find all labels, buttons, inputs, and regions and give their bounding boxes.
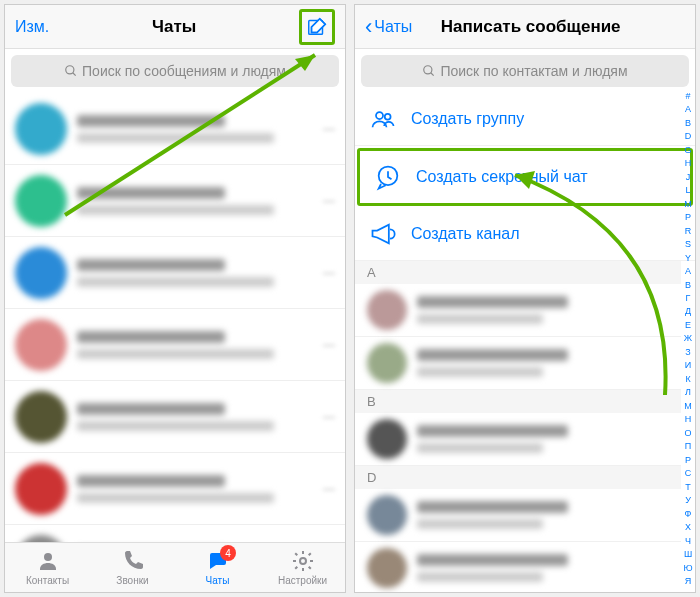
phone-icon	[121, 549, 145, 573]
alphabet-index[interactable]: #ABDGHJLMPRSYАВГДЕЖЗИКЛМНОПРСТУФХЧШЮЯ	[681, 85, 695, 592]
index-letter[interactable]: Y	[685, 253, 691, 263]
index-letter[interactable]: #	[685, 91, 690, 101]
index-letter[interactable]: D	[685, 131, 692, 141]
index-letter[interactable]: Я	[685, 576, 692, 586]
tab-contacts[interactable]: Контакты	[5, 543, 90, 592]
compose-button[interactable]	[299, 9, 335, 45]
index-letter[interactable]: P	[685, 212, 691, 222]
tab-calls[interactable]: Звонки	[90, 543, 175, 592]
chat-row[interactable]: —	[5, 381, 345, 453]
chat-row[interactable]: —	[5, 309, 345, 381]
index-letter[interactable]: У	[685, 495, 691, 505]
gear-icon	[291, 549, 315, 573]
create-secret-chat-button[interactable]: Создать секретный чат	[357, 148, 693, 206]
index-letter[interactable]: S	[685, 239, 691, 249]
index-letter[interactable]: Х	[685, 522, 691, 532]
tab-settings[interactable]: Настройки	[260, 543, 345, 592]
index-letter[interactable]: A	[685, 104, 691, 114]
index-letter[interactable]: H	[685, 158, 692, 168]
index-letter[interactable]: М	[684, 401, 692, 411]
contact-list[interactable]: A B D	[355, 261, 695, 592]
index-letter[interactable]: Т	[685, 482, 691, 492]
contact-row[interactable]	[355, 413, 681, 466]
index-letter[interactable]: С	[685, 468, 692, 478]
index-letter[interactable]: R	[685, 226, 692, 236]
index-letter[interactable]: B	[685, 118, 691, 128]
search-input[interactable]: Поиск по контактам и людям	[361, 55, 689, 87]
create-channel-button[interactable]: Создать канал	[355, 208, 695, 261]
create-group-label: Создать группу	[411, 110, 524, 128]
contact-icon	[36, 549, 60, 573]
index-letter[interactable]: Г	[686, 293, 691, 303]
index-letter[interactable]: П	[685, 441, 691, 451]
contact-row[interactable]	[355, 337, 681, 390]
chat-list[interactable]: — — — — — — —	[5, 93, 345, 542]
index-letter[interactable]: В	[685, 280, 691, 290]
search-icon	[64, 64, 78, 78]
search-icon	[422, 64, 436, 78]
secret-chat-icon	[374, 163, 402, 191]
search-input[interactable]: Поиск по сообщениям и людям	[11, 55, 339, 87]
tab-label: Звонки	[116, 575, 148, 586]
chat-row[interactable]: —	[5, 453, 345, 525]
index-letter[interactable]: G	[684, 145, 691, 155]
megaphone-icon	[369, 220, 397, 248]
tabbar: Контакты Звонки 4 Чаты Настройки	[5, 542, 345, 592]
tab-chats[interactable]: 4 Чаты	[175, 543, 260, 592]
contact-row[interactable]	[355, 542, 681, 592]
index-letter[interactable]: О	[684, 428, 691, 438]
edit-button[interactable]: Изм.	[15, 18, 49, 36]
section-header: D	[355, 466, 681, 489]
tab-label: Настройки	[278, 575, 327, 586]
chat-badge: 4	[220, 545, 236, 561]
create-secret-label: Создать секретный чат	[416, 168, 588, 186]
page-title: Чаты	[152, 17, 196, 37]
compose-screen: ‹ Чаты Написать сообщение Поиск по конта…	[354, 4, 696, 593]
index-letter[interactable]: Е	[685, 320, 691, 330]
index-letter[interactable]: А	[685, 266, 691, 276]
tab-label: Чаты	[206, 575, 230, 586]
svg-line-2	[73, 73, 76, 76]
create-group-button[interactable]: Создать группу	[355, 93, 695, 146]
svg-point-3	[44, 553, 52, 561]
svg-point-5	[300, 558, 306, 564]
chat-row[interactable]: —	[5, 93, 345, 165]
create-channel-label: Создать канал	[411, 225, 520, 243]
back-button[interactable]: ‹ Чаты	[365, 14, 412, 40]
page-title: Написать сообщение	[441, 17, 621, 37]
chat-row[interactable]: —	[5, 237, 345, 309]
navbar: ‹ Чаты Написать сообщение	[355, 5, 695, 49]
index-letter[interactable]: К	[685, 374, 690, 384]
search-placeholder: Поиск по контактам и людям	[440, 63, 627, 79]
contact-row[interactable]	[355, 284, 681, 337]
index-letter[interactable]: И	[685, 360, 691, 370]
svg-point-8	[424, 66, 432, 74]
index-letter[interactable]: З	[685, 347, 690, 357]
index-letter[interactable]: Ш	[684, 549, 692, 559]
index-letter[interactable]: Ю	[683, 563, 692, 573]
index-letter[interactable]: Д	[685, 306, 691, 316]
contact-row[interactable]	[355, 489, 681, 542]
svg-point-11	[385, 114, 391, 120]
index-letter[interactable]: Ч	[685, 536, 691, 546]
svg-point-10	[376, 112, 383, 119]
section-header: B	[355, 390, 681, 413]
index-letter[interactable]: Р	[685, 455, 691, 465]
chats-screen: Изм. Чаты Поиск по сообщениям и людям — …	[4, 4, 346, 593]
svg-line-9	[431, 73, 434, 76]
group-icon	[369, 105, 397, 133]
index-letter[interactable]: Ф	[685, 509, 692, 519]
index-letter[interactable]: Л	[685, 387, 691, 397]
section-header: A	[355, 261, 681, 284]
index-letter[interactable]: M	[684, 199, 692, 209]
index-letter[interactable]: J	[686, 172, 691, 182]
search-placeholder: Поиск по сообщениям и людям	[82, 63, 286, 79]
index-letter[interactable]: Ж	[684, 333, 692, 343]
index-letter[interactable]: L	[685, 185, 690, 195]
index-letter[interactable]: Н	[685, 414, 692, 424]
create-options: Создать группу Создать секретный чат Соз…	[355, 93, 695, 261]
chat-row[interactable]: —	[5, 165, 345, 237]
chat-row[interactable]: —	[5, 525, 345, 542]
tab-label: Контакты	[26, 575, 69, 586]
chevron-left-icon: ‹	[365, 14, 372, 40]
